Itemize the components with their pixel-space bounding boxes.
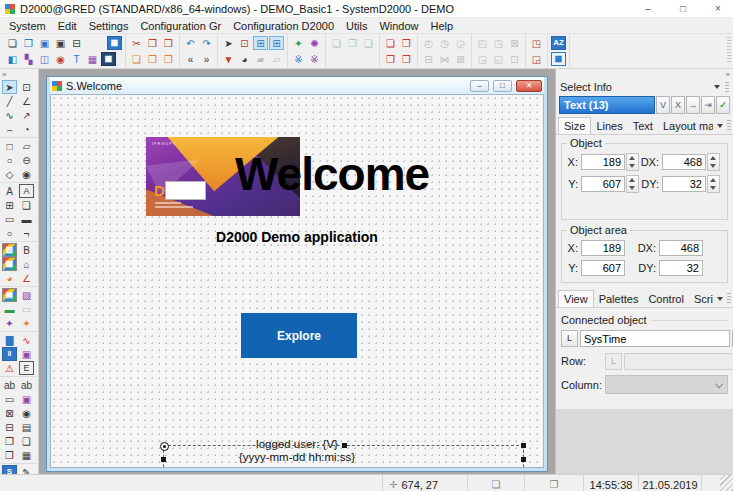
parallelogram-tool[interactable]: ▱ <box>19 139 34 153</box>
same-height[interactable]: ◳ <box>491 36 506 50</box>
show-grid[interactable]: ⊞ <box>253 36 268 50</box>
combo-box-tool[interactable]: ⊟ <box>2 420 17 434</box>
value-button[interactable]: V <box>656 96 670 114</box>
clipboard-item-tool[interactable]: ❒ <box>2 448 17 462</box>
erase[interactable]: ▰ <box>253 52 268 66</box>
corner-line-tool[interactable]: ¬ <box>19 226 34 240</box>
align-vertical[interactable]: ⊠ <box>453 52 468 66</box>
tab-strip-dropdown-icon[interactable] <box>716 122 724 130</box>
object-dy-spinner[interactable] <box>707 175 720 193</box>
align-middle[interactable]: ⋈ <box>437 52 452 66</box>
grid-properties[interactable]: ▦ <box>551 52 566 66</box>
open-scheme[interactable]: ❐ <box>21 36 36 50</box>
rectangle-tool[interactable]: □ <box>2 139 17 153</box>
list-box-tool[interactable]: ▤ <box>19 420 34 434</box>
window-target[interactable]: ◉ <box>53 52 68 66</box>
window-cad[interactable]: ▦ <box>101 52 116 66</box>
line-chart-tool[interactable]: ∿ <box>19 333 34 347</box>
group[interactable]: ❏ <box>329 36 344 50</box>
menu-settings[interactable]: Settings <box>83 20 135 32</box>
selection-handle[interactable] <box>342 443 347 448</box>
tab-lines[interactable]: Lines <box>591 118 627 134</box>
object-dy-input[interactable] <box>662 176 706 192</box>
rhombus-tool[interactable]: ◇ <box>2 167 17 181</box>
object-y-input[interactable] <box>581 176 625 192</box>
rename-az[interactable]: AZ <box>551 36 566 50</box>
line-tool[interactable]: ╱ <box>2 94 17 108</box>
rotate[interactable]: ◷ <box>437 36 452 50</box>
paste-special[interactable]: ❐ <box>145 52 160 66</box>
close-button[interactable]: × <box>703 0 733 17</box>
paste-as[interactable]: ❏ <box>129 52 144 66</box>
frame-3d-tool[interactable]: ❑ <box>19 198 34 212</box>
text-tool[interactable]: A <box>2 184 17 198</box>
rotate-right[interactable]: ◶ <box>453 36 468 50</box>
regroup[interactable]: ❑ <box>361 36 376 50</box>
tab-palettes[interactable]: Palettes <box>594 291 644 307</box>
zoom[interactable]: ◕ <box>237 52 252 66</box>
filter[interactable]: ▼ <box>221 52 236 66</box>
flat-ellipse-tool[interactable]: ⊖ <box>19 153 34 167</box>
welcome-heading[interactable]: Welcome <box>235 147 429 201</box>
arc-tool[interactable]: ⌢ <box>2 122 17 136</box>
view-tab-grip[interactable] <box>727 293 731 303</box>
ungroup[interactable]: ❐ <box>345 36 360 50</box>
tab-layout-manager[interactable]: Layout manager <box>658 118 713 134</box>
panel-pin-icon[interactable]: » <box>726 70 730 79</box>
resize-grip[interactable] <box>720 475 733 491</box>
edit-script-tool[interactable]: ✎ <box>19 465 34 474</box>
filled-rect-tool[interactable]: ▬ <box>19 212 34 226</box>
object-structure[interactable]: ✺ <box>307 36 322 50</box>
scheme-canvas[interactable]: IPESOFT D2000 Welcome D2000 Demo applica… <box>50 94 544 468</box>
object-y-spinner[interactable] <box>626 175 639 193</box>
bar-graph-tool[interactable]: ▇ <box>2 333 17 347</box>
tab-view[interactable]: View <box>558 290 594 307</box>
select-area[interactable]: ⊡ <box>237 36 252 50</box>
window-image[interactable]: ▦ <box>85 52 100 66</box>
bring-to-front[interactable]: ❏ <box>383 36 398 50</box>
object-x-input[interactable] <box>581 154 625 170</box>
menu-help[interactable]: Help <box>425 20 460 32</box>
pie-arc-tool[interactable]: ◔ <box>19 122 34 136</box>
object-dx-input[interactable] <box>662 154 706 170</box>
row-l-button[interactable]: L <box>605 353 622 370</box>
send-backward[interactable]: ❒ <box>399 52 414 66</box>
push-button-tool[interactable]: ▭ <box>2 392 17 406</box>
cut[interactable]: ✂ <box>129 36 144 50</box>
menu-window[interactable]: Window <box>373 20 424 32</box>
center-vertical[interactable]: ◱ <box>491 52 506 66</box>
scheme-window-titlebar[interactable]: S.Welcome – □ ✕ <box>50 77 544 94</box>
save[interactable]: ▣ <box>37 36 52 50</box>
same-width[interactable]: ◰ <box>475 36 490 50</box>
grid-item-tool[interactable]: ▦ <box>19 448 34 462</box>
column-combo[interactable] <box>605 375 728 394</box>
filled-ellipse-tool[interactable]: ◉ <box>19 167 34 181</box>
copy[interactable]: ❐ <box>145 36 160 50</box>
clear-button[interactable]: X <box>671 96 685 114</box>
menu-system[interactable]: System <box>3 20 52 32</box>
previous[interactable]: « <box>183 52 198 66</box>
selection-handle[interactable] <box>521 443 526 448</box>
menu-configuration-gr[interactable]: Configuration Gr <box>134 20 227 32</box>
next[interactable]: » <box>199 52 214 66</box>
color-palette-tool[interactable]: ▦ <box>2 257 17 271</box>
expression-tool[interactable]: E <box>19 361 34 375</box>
arrow-line-tool[interactable]: ↗ <box>19 108 34 122</box>
window-colors[interactable]: ▚ <box>21 52 36 66</box>
erase-all[interactable]: ▱ <box>269 52 284 66</box>
toolbox-pin-icon[interactable]: » <box>0 69 38 79</box>
scheme-settings[interactable]: ▦ <box>107 36 122 50</box>
connected-object-l-button[interactable]: L <box>561 330 578 347</box>
close-scheme[interactable]: ◳ <box>529 36 544 50</box>
pause-control-tool[interactable]: ‖ <box>2 347 17 361</box>
windmill-graph2-tool[interactable]: ✦ <box>19 316 34 330</box>
print[interactable]: ⊟ <box>69 36 84 50</box>
object-dx-spinner[interactable] <box>707 153 720 171</box>
text-entry2-tool[interactable]: ab <box>19 378 34 392</box>
save-all[interactable]: ▣ <box>53 36 68 50</box>
text-frame-tool[interactable]: A <box>19 184 34 198</box>
menu-utils[interactable]: Utils <box>340 20 373 32</box>
new-scheme[interactable]: ❏ <box>5 36 20 50</box>
menu-edit[interactable]: Edit <box>52 20 83 32</box>
undo[interactable]: ↶ <box>183 36 198 50</box>
